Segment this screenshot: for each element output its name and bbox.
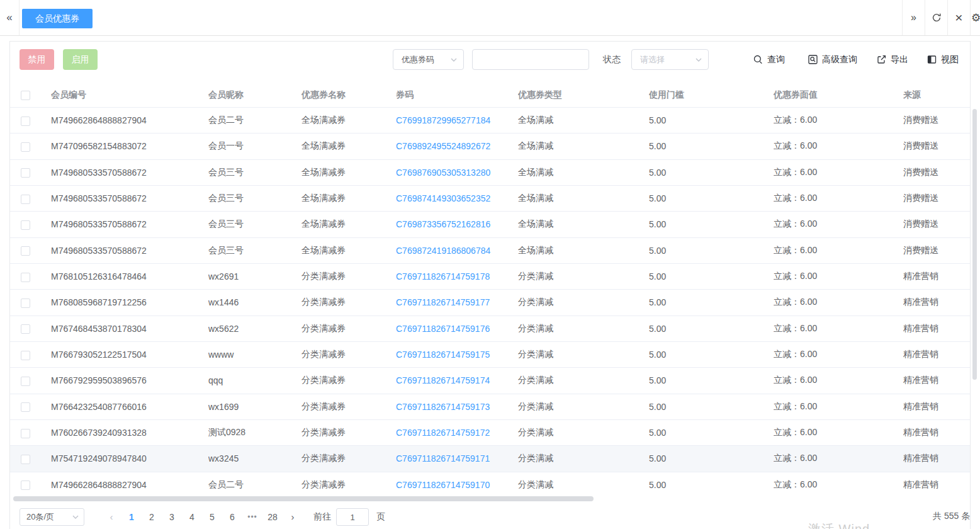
row-checkbox[interactable] xyxy=(21,429,30,438)
page-button-3[interactable]: 3 xyxy=(162,508,182,526)
cell-code[interactable]: C769711826714759178 xyxy=(396,271,518,282)
cell-code[interactable]: C769874149303652352 xyxy=(396,193,518,203)
table-row: M767468453870178304wx5622分类满减券C769711826… xyxy=(10,316,970,342)
cell-coupon_name: 分类满减券 xyxy=(301,323,396,334)
settings-button[interactable]: ⚙ xyxy=(970,0,980,35)
prev-page-button[interactable]: ‹ xyxy=(101,508,121,526)
col-header-code: 券码 xyxy=(396,89,518,101)
row-checkbox[interactable] xyxy=(21,402,30,412)
cell-code[interactable]: C769918729965277184 xyxy=(396,115,518,125)
table-row: M766792959503896576qqq分类满减券C769711826714… xyxy=(10,368,970,394)
cell-nickname: 会员二号 xyxy=(208,479,301,491)
tabs-expand-button[interactable]: » xyxy=(902,0,925,35)
cell-nickname: wx5622 xyxy=(208,324,301,334)
row-checkbox[interactable] xyxy=(21,246,30,256)
col-header-coupon_name: 优惠券名称 xyxy=(301,89,396,101)
cell-coupon_name: 分类满减券 xyxy=(301,479,396,491)
search-input[interactable] xyxy=(472,49,589,70)
table-row: M749680533570588672会员三号全场满减券C76987335675… xyxy=(10,212,970,237)
cell-type: 分类满减 xyxy=(518,297,649,308)
cell-code[interactable]: C769711826714759174 xyxy=(396,375,518,385)
page-button-6[interactable]: 6 xyxy=(222,508,242,526)
page-ellipsis[interactable]: ••• xyxy=(242,508,262,526)
cell-value: 立减：6.00 xyxy=(774,115,903,126)
search-field-select[interactable]: 优惠券码 xyxy=(393,49,464,70)
row-checkbox[interactable] xyxy=(21,273,30,282)
cell-code[interactable]: C769711826714759176 xyxy=(396,324,518,334)
cell-code[interactable]: C769873356752162816 xyxy=(396,219,518,229)
row-checkbox[interactable] xyxy=(21,195,30,204)
cell-threshold: 5.00 xyxy=(649,297,774,307)
row-checkbox[interactable] xyxy=(21,117,30,126)
tab-member-coupons[interactable]: 会员优惠券 xyxy=(22,9,93,28)
cell-source: 精准营销 xyxy=(903,349,970,360)
cell-code[interactable]: C769711826714759171 xyxy=(396,453,518,464)
enable-button[interactable]: 启用 xyxy=(63,49,98,70)
row-checkbox[interactable] xyxy=(21,168,30,178)
cell-coupon_name: 分类满减券 xyxy=(301,427,396,438)
status-select[interactable]: 请选择 xyxy=(631,49,709,70)
page-button-2[interactable]: 2 xyxy=(142,508,162,526)
page-button-4[interactable]: 4 xyxy=(182,508,202,526)
page-button-28[interactable]: 28 xyxy=(262,508,283,526)
row-checkbox-cell xyxy=(10,479,51,490)
row-checkbox[interactable] xyxy=(21,455,30,464)
cell-type: 分类满减 xyxy=(518,479,649,491)
cell-code[interactable]: C769872419186806784 xyxy=(396,246,518,256)
cell-member_id: M749680533570588672 xyxy=(51,193,208,203)
cell-coupon_name: 全场满减券 xyxy=(301,167,396,178)
export-button[interactable]: 导出 xyxy=(877,49,908,70)
cell-code[interactable]: C769876905305313280 xyxy=(396,168,518,178)
cell-source: 消费赠送 xyxy=(903,219,970,230)
activation-watermark: 激活 Wind xyxy=(808,521,870,529)
cell-code[interactable]: C769711826714759175 xyxy=(396,350,518,360)
cell-value: 立减：6.00 xyxy=(774,245,903,256)
cell-value: 立减：6.00 xyxy=(774,453,903,464)
page-size-select[interactable]: 20条/页 xyxy=(20,508,84,526)
cell-code[interactable]: C769892495524892672 xyxy=(396,141,518,151)
page-button-5[interactable]: 5 xyxy=(202,508,222,526)
row-checkbox[interactable] xyxy=(21,142,30,152)
cell-type: 全场满减 xyxy=(518,167,649,178)
cell-code[interactable]: C769711826714759173 xyxy=(396,402,518,412)
advanced-search-icon xyxy=(808,55,818,64)
cell-source: 精准营销 xyxy=(903,323,970,334)
cell-coupon_name: 分类满减券 xyxy=(301,401,396,412)
row-checkbox[interactable] xyxy=(21,377,30,386)
cell-nickname: 测试0928 xyxy=(208,427,301,438)
row-checkbox[interactable] xyxy=(21,299,30,308)
cell-type: 分类满减 xyxy=(518,349,649,360)
query-button[interactable]: 查询 xyxy=(753,49,785,70)
refresh-button[interactable] xyxy=(925,0,947,35)
vertical-scrollbar-thumb[interactable] xyxy=(972,109,977,380)
col-header-nickname: 会员昵称 xyxy=(208,89,301,101)
horizontal-scrollbar xyxy=(10,494,970,504)
row-checkbox[interactable] xyxy=(21,324,30,334)
next-page-button[interactable]: › xyxy=(283,508,303,526)
tabs-collapse-button[interactable]: « xyxy=(0,0,20,35)
cell-nickname: qqq xyxy=(208,375,301,385)
disable-button[interactable]: 禁用 xyxy=(20,49,54,70)
close-tab-button[interactable]: × xyxy=(947,0,970,35)
page-button-1[interactable]: 1 xyxy=(121,508,142,526)
cell-code[interactable]: C769711826714759170 xyxy=(396,480,518,490)
cell-code[interactable]: C769711826714759177 xyxy=(396,297,518,307)
row-checkbox[interactable] xyxy=(21,481,30,490)
cell-value: 立减：6.00 xyxy=(774,140,903,152)
horizontal-scrollbar-thumb[interactable] xyxy=(13,496,594,501)
row-checkbox-cell xyxy=(10,297,51,308)
view-button[interactable]: 视图 xyxy=(927,49,959,70)
col-header-threshold: 使用门槛 xyxy=(649,89,774,101)
row-checkbox-cell xyxy=(10,193,51,204)
row-checkbox-cell xyxy=(10,375,51,386)
row-checkbox[interactable] xyxy=(21,351,30,360)
row-checkbox[interactable] xyxy=(21,220,30,230)
cell-threshold: 5.00 xyxy=(649,193,774,203)
select-all-checkbox[interactable] xyxy=(21,91,30,100)
toolbar: 禁用 启用 优惠券码 状态 请选择 查询 xyxy=(10,42,970,82)
search-field-select-value: 优惠券码 xyxy=(393,54,451,65)
row-checkbox-cell xyxy=(10,453,51,464)
cell-code[interactable]: C769711826714759172 xyxy=(396,428,518,438)
advanced-query-button[interactable]: 高级查询 xyxy=(808,49,857,70)
goto-page-input[interactable] xyxy=(336,508,369,526)
